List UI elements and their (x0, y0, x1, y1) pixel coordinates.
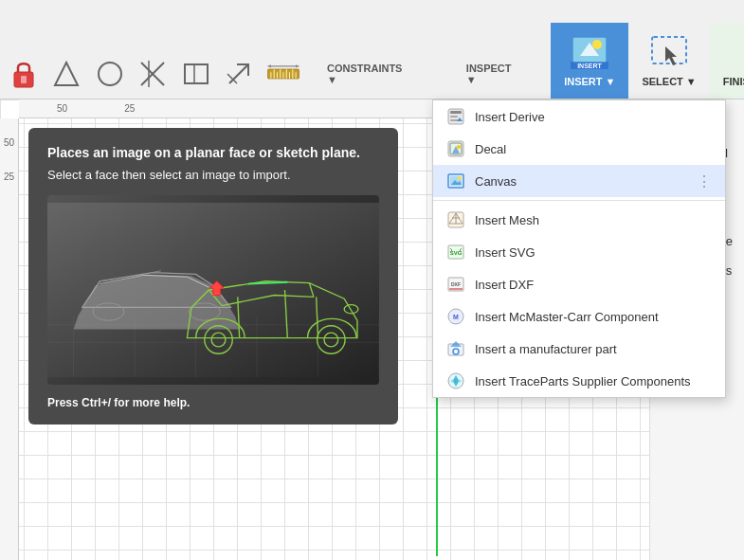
svg-point-67 (458, 176, 462, 180)
insert-manufacturer-label: Insert a manufacturer part (475, 342, 712, 356)
insert-mcmaster-label: Insert McMaster-Carr Component (475, 310, 712, 324)
insert-manufacturer-item[interactable]: Insert a manufacturer part (433, 333, 725, 365)
svg-rect-57 (450, 116, 458, 117)
insert-dxf-item[interactable]: DXF Insert DXF (433, 268, 725, 300)
insert-dxf-label: Insert DXF (475, 278, 712, 292)
svg-text:INSERT: INSERT (577, 63, 602, 69)
svg-icon: SVG (446, 243, 465, 262)
svg-point-26 (592, 40, 602, 49)
svg-text:M: M (453, 314, 459, 320)
traceparts-icon (446, 371, 465, 390)
tooltip-help: Press Ctrl+/ for more help. (47, 396, 379, 415)
decal-item[interactable]: Decal (433, 133, 725, 165)
select-label: SELECT ▼ (642, 76, 696, 87)
car-image (47, 195, 379, 385)
svg-rect-1 (21, 76, 27, 83)
insert-icon: INSERT (571, 34, 608, 72)
decal-label: Decal (475, 142, 712, 156)
svg-point-3 (99, 63, 121, 85)
mesh-icon (446, 210, 465, 229)
tooltip-title: Places an image on a planar face or sket… (47, 145, 379, 160)
manufacturer-icon (446, 339, 465, 358)
tooltip-subtitle: Select a face then select an image to im… (47, 168, 379, 182)
measure-icon[interactable] (266, 57, 300, 91)
insert-svg-label: Insert SVG (475, 245, 712, 260)
insert-mesh-label: Insert Mesh (475, 213, 712, 227)
rectangle-icon[interactable] (180, 57, 212, 91)
insert-mesh-item[interactable]: Insert Mesh (433, 204, 725, 236)
svg-rect-7 (185, 64, 208, 83)
finish-sketch-button[interactable]: FINISH SKETCH ▼ (710, 23, 744, 99)
insert-mcmaster-item[interactable]: M Insert McMaster-Carr Component (433, 300, 725, 333)
svg-line-9 (229, 64, 248, 83)
insert-dropdown-menu: Insert Derive Decal Canvas ⋮ (432, 99, 726, 398)
trim-icon[interactable] (137, 57, 170, 91)
insert-label: INSERT ▼ (564, 76, 615, 87)
lock-icon[interactable] (8, 57, 40, 91)
insert-derive-label: Insert Derive (475, 110, 712, 124)
svg-rect-56 (450, 111, 462, 114)
ruler-left-50: 50 (4, 137, 14, 148)
toolbar-icon-group: CONSTRAINTS ▼ INSPECT ▼ (0, 57, 551, 99)
triangle-icon[interactable] (51, 57, 83, 91)
inspect-label[interactable]: INSPECT ▼ (463, 61, 524, 87)
select-icon (650, 34, 688, 72)
ruler-mark-50: 50 (57, 103, 67, 114)
insert-svg-item[interactable]: SVG Insert SVG (433, 236, 725, 268)
decal-icon (446, 139, 465, 158)
svg-line-10 (227, 74, 237, 83)
canvas-item[interactable]: Canvas ⋮ (433, 165, 725, 197)
toolbar: CONSTRAINTS ▼ INSPECT ▼ INSERT INSERT ▼ (0, 0, 744, 99)
circle-icon[interactable] (94, 57, 126, 91)
svg-marker-2 (55, 63, 78, 85)
arrow-icon[interactable] (224, 57, 256, 91)
mcmaster-icon: M (446, 307, 465, 326)
ruler-left-25: 25 (4, 172, 14, 182)
tooltip-card: Places an image on a planar face or sket… (28, 128, 398, 425)
dxf-icon: DXF (446, 275, 465, 294)
menu-separator-1 (433, 200, 725, 201)
svg-text:DXF: DXF (451, 281, 461, 287)
svg-rect-76 (449, 288, 463, 290)
ruler-left: 50 25 (0, 118, 19, 560)
svg-marker-22 (268, 64, 271, 67)
canvas-icon (446, 172, 465, 190)
insert-traceparts-item[interactable]: Insert TraceParts Supplier Components (433, 365, 725, 397)
ruler-mark-25: 25 (124, 103, 135, 114)
canvas-label: Canvas (475, 174, 687, 189)
insert-button[interactable]: INSERT INSERT ▼ (551, 23, 628, 99)
canvas-arrow-icon: ⋮ (697, 172, 712, 190)
derive-icon (446, 107, 465, 126)
svg-marker-23 (296, 64, 299, 67)
insert-derive-item[interactable]: Insert Derive (433, 100, 725, 133)
constraints-label[interactable]: CONSTRAINTS ▼ (323, 61, 413, 87)
insert-traceparts-label: Insert TraceParts Supplier Components (475, 374, 712, 388)
svg-point-63 (457, 145, 461, 149)
finish-label: FINISH SKETCH ▼ (723, 76, 744, 87)
select-button[interactable]: SELECT ▼ (628, 23, 709, 99)
